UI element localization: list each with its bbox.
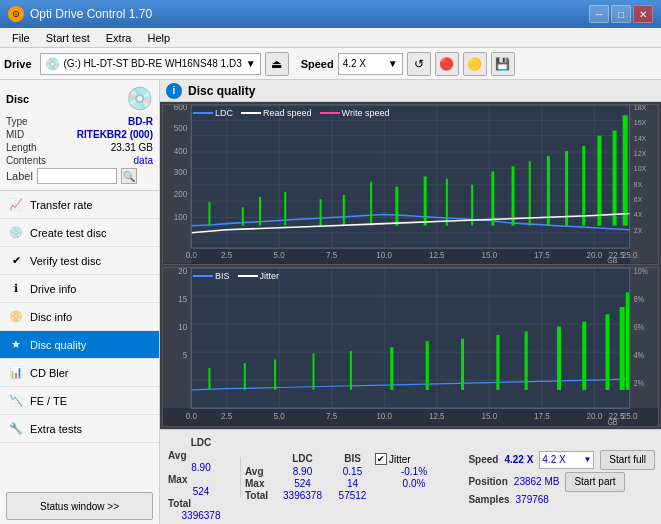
empty-head (245, 453, 275, 465)
sidebar-item-disc-quality[interactable]: ★ Disc quality (0, 331, 159, 359)
svg-text:2.5: 2.5 (221, 251, 233, 260)
disc-mid-row: MID RITEKBR2 (000) (6, 129, 153, 140)
sidebar-item-disc-info[interactable]: 📀 Disc info (0, 303, 159, 331)
jitter-checkbox[interactable]: ✔ (375, 453, 387, 465)
refresh-button[interactable]: ↺ (407, 52, 431, 76)
disc-label-row: Label 🔍 (6, 168, 153, 184)
svg-rect-66 (582, 146, 585, 226)
drive-icon: 💿 (45, 57, 60, 71)
svg-text:8%: 8% (634, 294, 644, 304)
svg-text:18X: 18X (634, 105, 647, 112)
menu-file[interactable]: File (4, 30, 38, 46)
svg-rect-62 (512, 166, 515, 225)
disc-label-button[interactable]: 🔍 (121, 168, 137, 184)
sidebar-item-create-test-disc[interactable]: 💿 Create test disc (0, 219, 159, 247)
total-label: Total (245, 490, 275, 501)
disc-panel-header: Disc 💿 (6, 86, 153, 112)
sidebar-item-verify-test-disc[interactable]: ✔ Verify test disc (0, 247, 159, 275)
eject-button[interactable]: ⏏ (265, 52, 289, 76)
svg-rect-64 (547, 156, 550, 226)
avg-label: Avg (245, 466, 275, 477)
svg-rect-121 (557, 326, 561, 389)
svg-rect-116 (390, 347, 393, 390)
top-chart: LDC Read speed Write speed (162, 104, 659, 265)
drive-selector[interactable]: 💿 (G:) HL-DT-ST BD-RE WH16NS48 1.D3 ▼ (40, 53, 261, 75)
status-window-button[interactable]: Status window >> (6, 492, 153, 520)
ldc-col-header: LDC (166, 436, 236, 449)
disc-length-row: Length 23.31 GB (6, 142, 153, 153)
svg-rect-69 (623, 115, 628, 225)
svg-text:20.0: 20.0 (586, 251, 602, 260)
drive-info-icon: ℹ (8, 281, 24, 297)
disc-type-value: BD-R (128, 116, 153, 127)
write-speed-color (320, 112, 340, 114)
svg-text:15: 15 (178, 293, 187, 304)
svg-text:10: 10 (178, 321, 187, 332)
max-row-label: Max (166, 474, 236, 485)
speed-label-stat: Speed (468, 454, 498, 465)
settings-button[interactable]: 🔴 (435, 52, 459, 76)
svg-rect-55 (343, 195, 345, 226)
svg-text:5: 5 (183, 349, 188, 360)
jitter-check-cell: ✔ Jitter (375, 453, 445, 465)
svg-rect-111 (208, 367, 210, 389)
disc-label-input[interactable] (37, 168, 117, 184)
svg-rect-74 (191, 268, 629, 408)
svg-text:10%: 10% (634, 268, 648, 276)
drive-value: (G:) HL-DT-ST BD-RE WH16NS48 1.D3 (64, 58, 242, 69)
total-jitter-empty (375, 490, 445, 501)
svg-rect-112 (244, 363, 246, 390)
menu-start-test[interactable]: Start test (38, 30, 98, 46)
sidebar-label-drive-info: Drive info (30, 283, 76, 295)
sidebar-item-drive-info[interactable]: ℹ Drive info (0, 275, 159, 303)
menu-extra[interactable]: Extra (98, 30, 140, 46)
start-full-button[interactable]: Start full (600, 450, 655, 470)
ldc-color (193, 112, 213, 114)
speed-val: 4.22 X (504, 454, 533, 465)
disc-mid-value: RITEKBR2 (000) (77, 129, 153, 140)
svg-text:GB: GB (607, 417, 617, 426)
ldc-th: LDC (275, 453, 330, 465)
disc-info-icon: 📀 (8, 309, 24, 325)
sidebar-label-cd-bler: CD Bler (30, 367, 69, 379)
svg-rect-61 (491, 171, 494, 225)
total-ldc: 3396378 (166, 510, 236, 521)
app-title: Opti Drive Control 1.70 (30, 7, 152, 21)
close-button[interactable]: ✕ (633, 5, 653, 23)
disc-contents-value: data (134, 155, 153, 166)
minimize-button[interactable]: ─ (589, 5, 609, 23)
maximize-button[interactable]: □ (611, 5, 631, 23)
sidebar-item-extra-tests[interactable]: 🔧 Extra tests (0, 415, 159, 443)
verify-test-disc-icon: ✔ (8, 253, 24, 269)
disc-length-label: Length (6, 142, 37, 153)
bottom-chart-legend: BIS Jitter (193, 271, 279, 281)
cd-bler-icon: 📊 (8, 365, 24, 381)
svg-rect-52 (259, 197, 261, 226)
create-test-disc-icon: 💿 (8, 225, 24, 241)
svg-text:600: 600 (174, 105, 188, 112)
stats-col-ldc: LDC Avg 8.90 Max 524 Total 3396378 (166, 433, 236, 521)
extra-button[interactable]: 🟡 (463, 52, 487, 76)
save-button[interactable]: 💾 (491, 52, 515, 76)
samples-row: Samples 379768 (468, 494, 655, 505)
disc-type-row: Type BD-R (6, 116, 153, 127)
sidebar-label-disc-info: Disc info (30, 311, 72, 323)
menu-help[interactable]: Help (139, 30, 178, 46)
sidebar-item-cd-bler[interactable]: 📊 CD Bler (0, 359, 159, 387)
svg-rect-56 (370, 182, 372, 226)
disc-type-label: Type (6, 116, 28, 127)
speed-dropdown[interactable]: 4.2 X ▼ (539, 451, 594, 469)
sidebar-item-fe-te[interactable]: 📉 FE / TE (0, 387, 159, 415)
sidebar-item-transfer-rate[interactable]: 📈 Transfer rate (0, 191, 159, 219)
svg-text:5.0: 5.0 (274, 410, 285, 421)
svg-rect-54 (320, 199, 322, 226)
speed-selector[interactable]: 4.2 X ▼ (338, 53, 403, 75)
svg-rect-124 (620, 307, 625, 390)
start-part-button[interactable]: Start part (565, 472, 624, 492)
svg-rect-58 (424, 177, 427, 226)
app-icon: ⊙ (8, 6, 24, 22)
max-ldc-val: 524 (275, 478, 330, 489)
svg-text:500: 500 (174, 124, 188, 133)
stats-row: LDC Avg 8.90 Max 524 Total 3396378 LDC B… (166, 433, 655, 521)
svg-rect-53 (284, 192, 286, 226)
